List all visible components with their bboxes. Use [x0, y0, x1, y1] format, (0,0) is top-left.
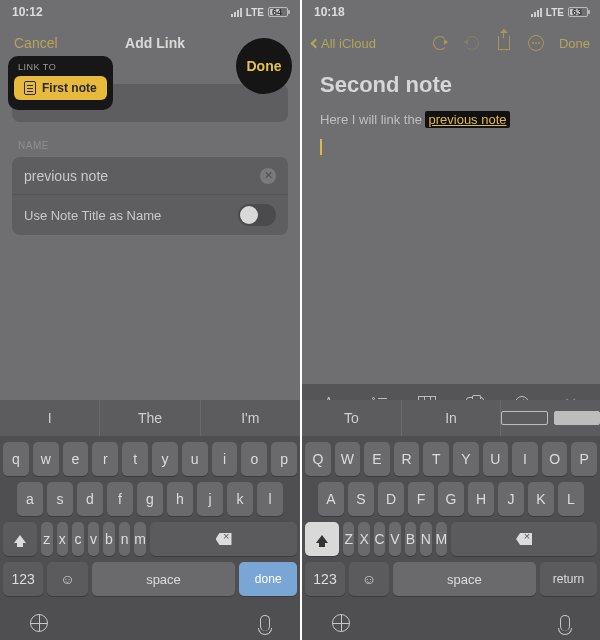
key-W[interactable]: W — [335, 442, 361, 476]
key-P[interactable]: P — [571, 442, 597, 476]
key-a[interactable]: a — [17, 482, 43, 516]
suggestion[interactable]: In — [402, 400, 502, 436]
key-s[interactable]: s — [47, 482, 73, 516]
suggestion[interactable]: To — [302, 400, 402, 436]
key-d[interactable]: d — [77, 482, 103, 516]
key-z[interactable]: z — [41, 522, 53, 556]
keyboard: QWERTYUIOP ASDFGHJKL ZXCVBNM 123 ☺ space… — [302, 436, 600, 606]
key-S[interactable]: S — [348, 482, 374, 516]
key-l[interactable]: l — [257, 482, 283, 516]
note-link[interactable]: previous note — [425, 111, 509, 128]
key-R[interactable]: R — [394, 442, 420, 476]
suggestion[interactable]: I — [0, 400, 100, 436]
undo-button[interactable] — [431, 34, 449, 52]
key-Q[interactable]: Q — [305, 442, 331, 476]
shift-key[interactable] — [305, 522, 339, 556]
status-net: LTE — [546, 7, 564, 18]
key-v[interactable]: v — [88, 522, 100, 556]
key-q[interactable]: q — [3, 442, 29, 476]
key-L[interactable]: L — [558, 482, 584, 516]
key-T[interactable]: T — [423, 442, 449, 476]
key-K[interactable]: K — [528, 482, 554, 516]
battery-icon: 63 — [568, 7, 588, 17]
suggestion-stickers[interactable] — [501, 400, 600, 436]
toggle-label: Use Note Title as Name — [24, 208, 161, 223]
space-key[interactable]: space — [92, 562, 236, 596]
key-t[interactable]: t — [122, 442, 148, 476]
key-c[interactable]: c — [72, 522, 84, 556]
numbers-key[interactable]: 123 — [3, 562, 43, 596]
key-B[interactable]: B — [405, 522, 416, 556]
key-h[interactable]: h — [167, 482, 193, 516]
status-time: 10:18 — [314, 5, 345, 19]
key-o[interactable]: o — [241, 442, 267, 476]
key-e[interactable]: e — [63, 442, 89, 476]
key-i[interactable]: i — [212, 442, 238, 476]
keyboard-bottom-bar — [302, 606, 600, 640]
numbers-key[interactable]: 123 — [305, 562, 345, 596]
chevron-left-icon — [311, 38, 321, 48]
key-H[interactable]: H — [468, 482, 494, 516]
shift-key[interactable] — [3, 522, 37, 556]
key-b[interactable]: b — [103, 522, 115, 556]
name-input-row[interactable]: previous note ✕ — [12, 157, 288, 195]
key-Y[interactable]: Y — [453, 442, 479, 476]
suggestion-bar: I The I'm — [0, 400, 300, 436]
space-key[interactable]: space — [393, 562, 536, 596]
done-button[interactable]: Done — [236, 38, 292, 94]
note-editor[interactable]: Second note Here I will link the previou… — [302, 62, 600, 169]
name-value: previous note — [24, 168, 108, 184]
linkto-chip-first-note[interactable]: First note — [14, 76, 107, 100]
key-O[interactable]: O — [542, 442, 568, 476]
note-nav: All iCloud Done — [302, 24, 600, 62]
emoji-key[interactable]: ☺ — [349, 562, 389, 596]
suggestion[interactable]: The — [100, 400, 200, 436]
key-M[interactable]: M — [436, 522, 448, 556]
key-u[interactable]: u — [182, 442, 208, 476]
key-I[interactable]: I — [512, 442, 538, 476]
key-r[interactable]: r — [92, 442, 118, 476]
globe-icon[interactable] — [30, 614, 48, 632]
back-button[interactable]: All iCloud — [312, 36, 376, 51]
key-U[interactable]: U — [483, 442, 509, 476]
more-button[interactable] — [527, 34, 545, 52]
emoji-key[interactable]: ☺ — [47, 562, 87, 596]
clear-icon[interactable]: ✕ — [260, 168, 276, 184]
key-X[interactable]: X — [358, 522, 369, 556]
suggestion[interactable]: I'm — [201, 400, 300, 436]
key-n[interactable]: n — [119, 522, 131, 556]
key-x[interactable]: x — [57, 522, 69, 556]
use-title-switch[interactable] — [238, 204, 276, 226]
key-E[interactable]: E — [364, 442, 390, 476]
key-j[interactable]: j — [197, 482, 223, 516]
key-F[interactable]: F — [408, 482, 434, 516]
cancel-button[interactable]: Cancel — [14, 35, 58, 51]
key-k[interactable]: k — [227, 482, 253, 516]
key-V[interactable]: V — [389, 522, 400, 556]
key-G[interactable]: G — [438, 482, 464, 516]
key-w[interactable]: w — [33, 442, 59, 476]
share-button[interactable] — [495, 34, 513, 52]
key-f[interactable]: f — [107, 482, 133, 516]
phone-right-note: 10:18 LTE 63 All iCloud Done Second note… — [300, 0, 600, 640]
globe-icon[interactable] — [332, 614, 350, 632]
keyboard-done-key[interactable]: done — [239, 562, 297, 596]
key-g[interactable]: g — [137, 482, 163, 516]
key-Z[interactable]: Z — [343, 522, 354, 556]
backspace-key[interactable] — [451, 522, 597, 556]
done-button[interactable]: Done — [559, 36, 590, 51]
key-N[interactable]: N — [420, 522, 431, 556]
backspace-key[interactable] — [150, 522, 297, 556]
key-D[interactable]: D — [378, 482, 404, 516]
key-C[interactable]: C — [374, 522, 385, 556]
mic-icon[interactable] — [560, 615, 570, 631]
linkto-label: LINK TO — [14, 62, 107, 72]
return-key[interactable]: return — [540, 562, 597, 596]
key-A[interactable]: A — [318, 482, 344, 516]
key-p[interactable]: p — [271, 442, 297, 476]
key-y[interactable]: y — [152, 442, 178, 476]
key-J[interactable]: J — [498, 482, 524, 516]
keyboard-area: To In QWERTYUIOP ASDFGHJKL ZXCVBNM 123 ☺… — [302, 400, 600, 640]
mic-icon[interactable] — [260, 615, 270, 631]
key-m[interactable]: m — [134, 522, 146, 556]
